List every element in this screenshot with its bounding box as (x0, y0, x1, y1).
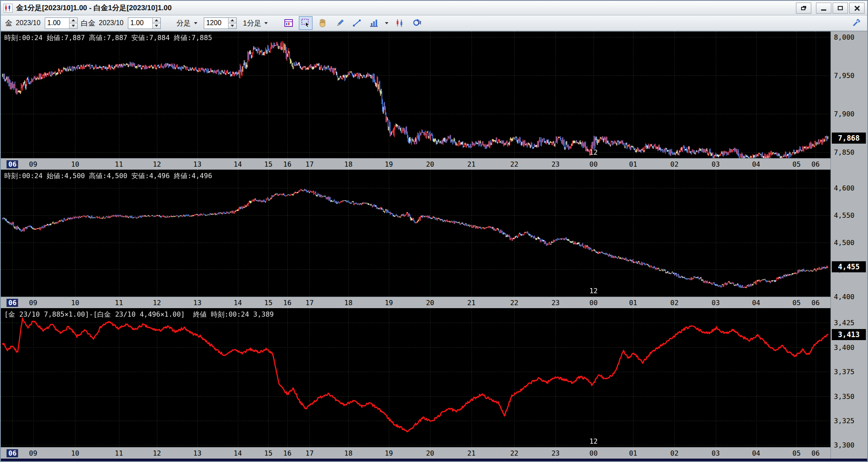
refresh-button[interactable]: R (410, 16, 423, 30)
bar-type-dropdown[interactable]: 分足 (174, 17, 200, 30)
time-tick-label: 20 (426, 299, 434, 307)
spin-down-button[interactable] (229, 23, 236, 29)
minimize-icon (821, 9, 826, 11)
popup-window-icon (801, 7, 805, 10)
time-tick-label: 10 (71, 449, 79, 457)
time-tick-label: 14 (234, 449, 242, 457)
time-tick-label: 18 (344, 449, 353, 457)
window-bottom-edge (1, 459, 867, 461)
time-tick-label: 01 (629, 160, 637, 168)
spin-up-button[interactable] (229, 18, 236, 23)
time-tick-label: 22 (510, 160, 518, 168)
spin-down-button[interactable] (153, 23, 160, 29)
time-tick-label: 06 (7, 449, 18, 457)
time-tick-label: 21 (467, 160, 475, 168)
last-price-tag: 7,868 (832, 133, 866, 144)
gold-label: 金 (5, 18, 12, 28)
price-tick-label: 3,425 (834, 319, 854, 327)
time-tick-label: 09 (29, 299, 37, 307)
settings-button[interactable] (849, 16, 863, 30)
spin-down-button[interactable] (69, 23, 77, 29)
price-tick-label: 3,350 (834, 392, 854, 400)
time-tick-label: 17 (306, 449, 314, 457)
time-tick-label: 23 (551, 299, 559, 307)
time-tick-label: 12 (153, 449, 161, 457)
app-window: 金1分足[2023/10]1.00 - 白金1分足[2023/10]1.00 金… (0, 0, 868, 462)
spread-chart-canvas[interactable] (1, 308, 830, 447)
platinum-contract-month: 2023/10 (99, 19, 124, 27)
chart-stack: 時刻:00:24 始値:7,887 高値:7,887 安値:7,884 終値:7… (1, 32, 867, 459)
spin-up-button[interactable] (153, 18, 160, 23)
titlebar: 金1分足[2023/10]1.00 - 白金1分足[2023/10]1.00 (1, 1, 867, 15)
time-tick-label: 15 (264, 299, 272, 307)
chart-type-dropdown[interactable] (384, 22, 389, 24)
time-tick-label: 13 (193, 299, 201, 307)
last-price-tag: 3,413 (832, 329, 866, 340)
time-tick-label: 04 (752, 299, 760, 307)
interval-dropdown[interactable]: 1分足 (240, 17, 271, 30)
platinum-ratio-input[interactable] (128, 18, 152, 29)
spread-formula-info: [金 23/10 7,885×1.00]-[白金 23/10 4,496×1.0… (4, 310, 274, 319)
platinum-time-axis: 0609101112131415161718192021222300010203… (1, 297, 830, 308)
draw-tool-button[interactable] (333, 16, 347, 30)
maximize-button[interactable] (833, 3, 848, 14)
time-tick-label: 06 (7, 299, 18, 307)
platinum-chart-canvas[interactable] (1, 170, 830, 297)
price-tick-label: 3,375 (834, 368, 854, 376)
last-price-tag: 4,455 (832, 261, 866, 272)
time-tick-label: 14 (234, 299, 242, 307)
time-tick-label: 02 (670, 449, 678, 457)
time-tick-label: 18 (344, 299, 353, 307)
time-tick-label: 00 (590, 299, 598, 307)
time-tick-label: 10 (71, 160, 79, 168)
gold-ratio-input[interactable] (45, 18, 69, 29)
time-tick-label: 16 (283, 299, 291, 307)
bar-count-input[interactable] (204, 18, 228, 29)
time-tick-label: 23 (551, 160, 559, 168)
spread-chart-panel: [金 23/10 7,885×1.00]-[白金 23/10 4,496×1.0… (1, 308, 867, 459)
price-tick-label: 7,850 (834, 148, 854, 156)
candle-style-button[interactable] (393, 16, 406, 30)
window-title: 金1分足[2023/10]1.00 - 白金1分足[2023/10]1.00 (16, 3, 172, 13)
close-button[interactable] (849, 3, 865, 14)
chevron-up-icon (155, 19, 158, 21)
refresh-letter: R (418, 20, 421, 25)
time-tick-label: 20 (426, 160, 434, 168)
chevron-up-icon (231, 19, 234, 21)
time-tick-label: 02 (670, 160, 678, 168)
gold-time-axis: 0609101112131415161718192021222300010203… (1, 158, 830, 170)
spin-up-button[interactable] (69, 18, 77, 23)
bar-count-spinner[interactable] (204, 17, 237, 29)
time-tick-label: 16 (283, 160, 291, 168)
gold-chart-panel: 時刻:00:24 始値:7,887 高値:7,887 安値:7,884 終値:7… (1, 32, 867, 170)
time-tick-label: 05 (793, 449, 801, 457)
time-tick-label: 22 (510, 299, 518, 307)
time-tick-label: 21 (467, 449, 475, 457)
maximize-icon (838, 6, 843, 10)
bar-chart-icon (369, 18, 379, 28)
gold-price-axis: 8,0007,9507,9007,8507,868 (830, 32, 867, 170)
popup-window-button[interactable] (796, 3, 811, 14)
minimize-button[interactable] (816, 3, 831, 14)
time-tick-label: 09 (29, 449, 37, 457)
time-tick-label: 15 (264, 160, 272, 168)
chevron-down-icon (155, 25, 158, 27)
spread-price-axis: 3,4253,4003,3753,3503,3253,3003,413 (830, 308, 867, 459)
platinum-ratio-spinner[interactable] (128, 17, 161, 29)
gold-contract-month: 2023/10 (16, 19, 41, 27)
gold-ratio-spinner[interactable] (45, 17, 78, 29)
pan-tool-button[interactable] (316, 16, 330, 30)
chart-type-button[interactable] (367, 16, 381, 30)
day-change-marker: 12 (590, 287, 598, 295)
time-tick-label: 04 (752, 449, 760, 457)
time-tick-label: 02 (670, 299, 678, 307)
time-tick-label: 03 (712, 299, 720, 307)
chevron-down-icon (194, 22, 197, 24)
chart-window-button[interactable] (282, 16, 295, 30)
gold-chart-canvas[interactable] (1, 32, 830, 158)
time-tick-label: 03 (712, 160, 720, 168)
select-tool-button[interactable] (299, 16, 312, 30)
time-tick-label: 06 (811, 299, 819, 307)
trendline-tool-button[interactable] (350, 16, 364, 30)
time-tick-label: 19 (385, 299, 393, 307)
